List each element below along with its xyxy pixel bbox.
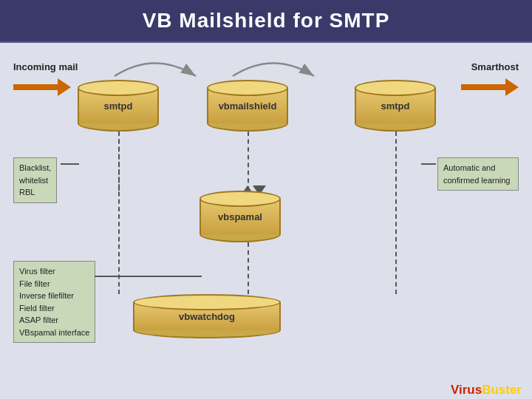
blacklist-line1: Blacklist, <box>19 162 51 174</box>
smtpd-right-db: smtpd <box>355 80 436 132</box>
filter-line2: File filter <box>19 278 89 290</box>
slide-title: VB Mailshield for SMTP <box>143 9 390 32</box>
arrow-filters-to-vbspamal <box>95 276 202 277</box>
filters-info-box: Virus filter File filter Inverse filefil… <box>13 261 95 343</box>
smtpd-right-component: smtpd <box>355 80 436 132</box>
incoming-mail-label: Incoming mail <box>13 61 78 72</box>
filter-line4: Field filter <box>19 302 89 315</box>
smarthost-label: Smarthost <box>471 61 519 72</box>
vbwatchdog-component: vbwatchdog <box>133 294 281 338</box>
blacklist-line3: RBL <box>19 186 51 199</box>
dashed-line-smtpd-left-long <box>118 132 120 294</box>
smarthost-arrow-head <box>505 78 519 96</box>
arrow-learning-to-smtpd <box>421 163 436 165</box>
vbmailshield-top-ellipse <box>207 80 288 96</box>
incoming-arrow-head <box>58 78 71 96</box>
smtpd-left-top-ellipse <box>78 80 159 96</box>
smarthost-arrow-shaft <box>461 84 505 90</box>
smtpd-right-top-ellipse <box>355 80 436 96</box>
dashed-line-vbspamal-down <box>248 242 249 294</box>
vb-logo-buster: Buster <box>482 383 522 397</box>
blacklist-info-box: Blacklist, whitelist RBL <box>13 157 57 203</box>
vbspamal-db: vbspamal <box>200 191 281 242</box>
vb-logo-virus: Virus <box>451 383 482 397</box>
learning-info-box: Automatic and confirmed learning <box>437 157 519 191</box>
vbspamal-component: vbspamal <box>200 191 281 242</box>
incoming-arrow-shaft <box>13 84 58 90</box>
vbmailshield-db: vbmailshield <box>207 80 288 132</box>
vbspamal-top-ellipse <box>200 191 281 207</box>
vbwatchdog-db: vbwatchdog <box>133 294 281 338</box>
learning-text: Automatic and confirmed learning <box>443 162 513 186</box>
vb-logo: VirusBuster <box>451 383 522 398</box>
arrow-blacklist-to-smtpd <box>61 163 79 165</box>
smtpd-left-db: smtpd <box>78 80 159 132</box>
smarthost-arrow-group <box>461 78 519 96</box>
dashed-line-vbmailshield-down <box>248 132 249 191</box>
filter-line1: Virus filter <box>19 265 89 278</box>
filter-line5: ASAP filter <box>19 314 89 327</box>
vbmailshield-component: vbmailshield <box>207 80 288 132</box>
slide: VB Mailshield for SMTP Incoming mail Sma… <box>0 0 532 399</box>
vbwatchdog-top-ellipse <box>133 294 281 310</box>
filter-line3: Inverse filefilter <box>19 290 89 302</box>
blacklist-line2: whitelist <box>19 174 51 187</box>
filter-line6: VBspamal interface <box>19 327 89 339</box>
content-area: Incoming mail Smarthost <box>0 43 532 399</box>
incoming-arrow-group <box>13 78 71 96</box>
title-bar: VB Mailshield for SMTP <box>0 0 532 43</box>
smtpd-left-component: smtpd <box>78 80 159 132</box>
dashed-line-smtpd-right <box>395 132 397 294</box>
